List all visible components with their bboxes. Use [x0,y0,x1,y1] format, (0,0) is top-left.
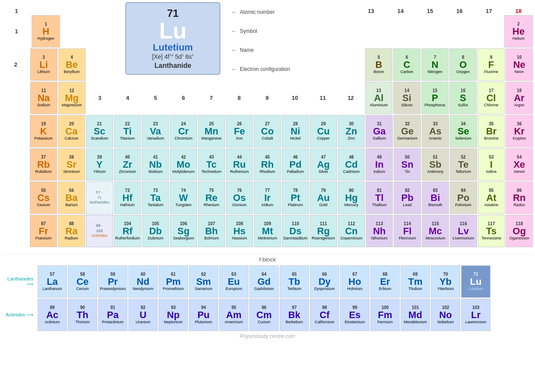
element-Nh[interactable]: 113 Nh Nihonium [366,215,393,247]
element-As[interactable]: 33 As Arsenic [422,115,449,147]
element-B[interactable]: 5 B Boron [365,48,392,81]
element-Ni[interactable]: 28 Ni Nickel [282,115,309,147]
element-Rf[interactable]: 104 Rf Rutherfordium [114,215,141,247]
element-Cr[interactable]: 24 Cr Chromium [170,115,197,147]
element-Ts[interactable]: 117 Ts Tennessine [478,215,505,247]
element-Fl[interactable]: 114 Fl Flerovium [394,215,421,247]
element-Nd[interactable]: 60 Nd Neodymium [128,265,158,298]
element-Fe[interactable]: 26 Fe Iron [226,115,253,147]
element-Sc[interactable]: 21 Sc Scandium [86,115,113,147]
element-Ir[interactable]: 77 Ir Iridium [254,182,281,214]
element-Db[interactable]: 105 Db Dubnium [142,215,169,247]
element-Re[interactable]: 75 Re Rhenium [198,182,225,214]
element-Kr[interactable]: 36 Kr Krypton [506,115,533,147]
element-Cu[interactable]: 29 Cu Copper [310,115,337,147]
element-Ho[interactable]: 67 Ho Holmium [340,265,369,298]
element-Ca[interactable]: 20 Ca Calcium [58,115,85,147]
element-No[interactable]: 102 No Nobelium [431,299,460,331]
element-Ag[interactable]: 47 Ag Silver [310,148,337,181]
element-Mo[interactable]: 42 Mo Molybdenum [170,148,197,181]
element-O[interactable]: 8 O Oxygen [449,48,477,81]
element-N[interactable]: 7 N Nitrogen [421,48,449,81]
element-Er[interactable]: 68 Er Erbium [370,265,400,298]
element-Og[interactable]: 118 Og Oganesson [506,215,533,247]
element-Np[interactable]: 93 Np Neptunium [159,299,188,331]
element-C[interactable]: 6 C Carbon [393,48,420,81]
element-Ne[interactable]: 10 Ne Neon [506,48,533,81]
element-U[interactable]: 92 U Uranium [128,299,158,331]
element-Dy[interactable]: 66 Dy Dysprosium [310,265,339,298]
element-Mg[interactable]: 12 Mg Magnesium [58,82,86,114]
element-P[interactable]: 15 P Phosphorus [421,82,449,114]
element-Am[interactable]: 95 Am Americium [219,299,248,331]
element-Tm[interactable]: 69 Tm Thulium [401,265,430,298]
element-H[interactable]: 1 H Hydrogen [32,15,60,48]
element-Md[interactable]: 101 Md Mendelevium [401,299,430,331]
element-Ti[interactable]: 22 Ti Titanium [114,115,141,147]
element-Pm[interactable]: 61 Pm Promethium [159,265,188,298]
element-Pd[interactable]: 46 Pd Palladium [282,148,309,181]
element-Sg[interactable]: 106 Sg Seaborgium [170,215,197,247]
element-Tc[interactable]: 43 Tc Technetium [198,148,225,181]
element-Lv[interactable]: 116 Lv Livermorium [450,215,477,247]
element-Na[interactable]: 11 Na Sodium [30,82,57,114]
element-Lr[interactable]: 103 Lr Lawrencium [461,299,490,331]
element-At[interactable]: 85 At Astatine [478,182,505,214]
element-Ds[interactable]: 110 Ds Darmstadtium [282,215,309,247]
element-Sn[interactable]: 50 Sn Tin [394,148,421,181]
element-Xe[interactable]: 54 Xe Xenon [506,148,533,181]
element-I[interactable]: 53 I Iodine [478,148,505,181]
element-Fr[interactable]: 87 Fr Francium [30,215,57,247]
element-Si[interactable]: 14 Si Silicon [393,82,420,114]
element-Sr[interactable]: 38 Sr Strontium [58,148,85,181]
element-Mt[interactable]: 109 Mt Meitnerium [254,215,281,247]
element-Rg[interactable]: 111 Rg Roentgenium [310,215,337,247]
element-Ar[interactable]: 18 Ar Argon [506,82,533,114]
element-Hf[interactable]: 72 Hf Hafnium [114,182,141,214]
element-Zr[interactable]: 40 Zr Zirconium [114,148,141,181]
element-Sb[interactable]: 51 Sb Antimony [422,148,449,181]
element-Yb[interactable]: 70 Yb Ytterbium [431,265,460,298]
element-Al[interactable]: 13 Al Aluminium [365,82,392,114]
element-W[interactable]: 74 W Tungsten [170,182,197,214]
element-Tl[interactable]: 81 Tl Thallium [366,182,393,214]
element-Te[interactable]: 52 Te Tellurium [450,148,477,181]
element-Rh[interactable]: 45 Rh Rhodium [254,148,281,181]
element-Ga[interactable]: 31 Ga Gallium [366,115,393,147]
element-Pr[interactable]: 59 Pr Praseodymium [98,265,127,298]
element-Ge[interactable]: 32 Ge Germanium [394,115,421,147]
element-Br[interactable]: 35 Br Bromine [478,115,505,147]
element-Zn[interactable]: 30 Zn Zinc [338,115,365,147]
element-Ra[interactable]: 88 Ra Radium [58,215,85,247]
element-Tb[interactable]: 65 Tb Terbium [280,265,309,298]
element-Cl[interactable]: 17 Cl Chlorine [478,82,505,114]
element-Mc[interactable]: 115 Mc Moscovium [422,215,449,247]
element-Hg[interactable]: 80 Hg Mercury [338,182,365,214]
element-Mn[interactable]: 25 Mn Manganese [198,115,225,147]
element-Nb[interactable]: 41 Nb Niobium [142,148,169,181]
element-Ba[interactable]: 56 Ba Barium [58,182,85,214]
element-Se[interactable]: 34 Se Selenium [450,115,477,147]
element-La[interactable]: 57 La Lanthanum [38,265,67,298]
element-Gd[interactable]: 64 Gd Gadolinium [249,265,279,298]
element-Sm[interactable]: 62 Sm Samarium [189,265,218,298]
element-Cm[interactable]: 96 Cm Curium [249,299,279,331]
element-K[interactable]: 19 K Potassium [30,115,57,147]
element-Li[interactable]: 3 Li Lithium [30,48,57,81]
element-Cf[interactable]: 98 Cf Californium [310,299,339,331]
element-Bk[interactable]: 97 Bk Berkelium [280,299,309,331]
element-Au[interactable]: 79 Au Gold [310,182,337,214]
element-Ac[interactable]: 89 Ac Actinium [38,299,67,331]
element-Lu-fblock[interactable]: 71 Lu Lutetium [461,265,490,298]
element-Po[interactable]: 84 Po Polonium [450,182,477,214]
element-Os[interactable]: 76 Os Osmium [226,182,253,214]
element-Bi[interactable]: 83 Bi Bismuth [422,182,449,214]
element-Rb[interactable]: 37 Rb Rubidium [30,148,57,181]
element-Ta[interactable]: 73 Ta Tantalum [142,182,169,214]
element-Eu[interactable]: 63 Eu Europium [219,265,248,298]
element-Y[interactable]: 39 Y Yttrium [86,148,113,181]
element-Rn[interactable]: 86 Rn Radon [506,182,533,214]
element-He[interactable]: 2 He Helium [504,15,533,48]
element-Hs[interactable]: 108 Hs Hassium [226,215,253,247]
element-Fm[interactable]: 100 Fm Fermium [370,299,400,331]
